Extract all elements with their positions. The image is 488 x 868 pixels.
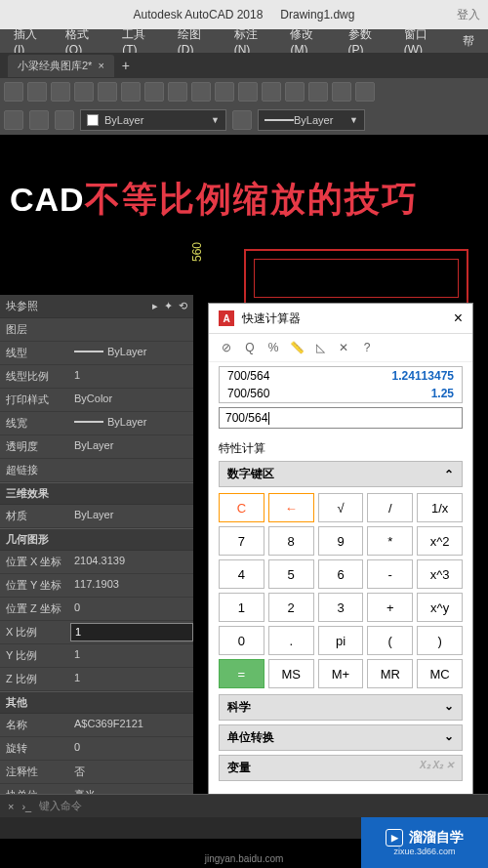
- tool-icon[interactable]: [262, 82, 281, 102]
- prop-value[interactable]: ByLayer: [70, 414, 193, 433]
- prop-value[interactable]: [70, 461, 193, 479]
- menu-modify[interactable]: 修改(M): [280, 26, 338, 57]
- calc-key-[interactable]: /: [367, 493, 413, 522]
- select-objects-icon[interactable]: ▸: [152, 300, 158, 312]
- calc-key-[interactable]: ←: [268, 493, 314, 522]
- tab-close-icon[interactable]: ×: [98, 60, 103, 71]
- variables-section[interactable]: 变量 X₂ X₂ ✕: [219, 755, 463, 781]
- scientific-section[interactable]: 科学⌄: [219, 694, 463, 721]
- prop-value[interactable]: 1: [70, 367, 193, 386]
- calc-key-4[interactable]: 4: [219, 559, 264, 589]
- prop-value[interactable]: 1: [70, 646, 193, 665]
- tool-icon[interactable]: [332, 82, 351, 102]
- calc-key-pi[interactable]: pi: [318, 626, 364, 655]
- close-icon[interactable]: ×: [454, 310, 463, 327]
- prop-value[interactable]: ByLayer: [70, 507, 193, 525]
- calc-key-mr[interactable]: MR: [367, 659, 413, 688]
- prop-value[interactable]: 1: [70, 670, 193, 688]
- history-icon[interactable]: Q: [242, 340, 258, 355]
- tool-icon[interactable]: [285, 82, 305, 102]
- tool-icon[interactable]: [168, 82, 187, 102]
- doc-tab[interactable]: 小梁经典图库2* ×: [8, 55, 114, 77]
- calc-key-6[interactable]: 6: [318, 559, 364, 589]
- tool-icon[interactable]: [215, 82, 234, 102]
- unit-conversion-section[interactable]: 单位转换⌄: [219, 724, 463, 751]
- prop-value[interactable]: ByLayer: [70, 437, 193, 456]
- prop-value[interactable]: 117.1903: [70, 576, 193, 595]
- calc-key-[interactable]: -: [367, 559, 413, 589]
- calc-key-xy[interactable]: x^y: [417, 593, 463, 622]
- tool-icon[interactable]: [27, 82, 47, 102]
- prop-value[interactable]: 否: [70, 763, 193, 781]
- login-link[interactable]: 登入: [457, 7, 480, 23]
- intersect-icon[interactable]: ✕: [336, 340, 351, 355]
- calc-key-c[interactable]: C: [219, 493, 264, 522]
- calc-key-3[interactable]: 3: [318, 593, 364, 622]
- tool-icon[interactable]: [98, 82, 117, 102]
- prop-value[interactable]: [70, 320, 193, 339]
- close-icon[interactable]: ×: [8, 801, 14, 812]
- prop-value[interactable]: ByLayer: [70, 344, 193, 362]
- menu-parameter[interactable]: 参数(P): [339, 26, 394, 57]
- section-3d[interactable]: 三维效果: [0, 482, 193, 505]
- calc-key-m[interactable]: M+: [318, 659, 364, 688]
- calc-key-0[interactable]: 0: [219, 626, 264, 655]
- calc-key-9[interactable]: 9: [318, 526, 364, 556]
- calc-key-2[interactable]: 2: [268, 593, 314, 622]
- command-line[interactable]: × ›_ 键入命令: [0, 794, 488, 817]
- calc-key-[interactable]: (: [367, 626, 413, 655]
- section-geometry[interactable]: 几何图形: [0, 528, 193, 551]
- tool-icon[interactable]: [51, 82, 70, 102]
- quickcalc-titlebar[interactable]: A 快速计算器 ×: [209, 304, 472, 334]
- layer-icon[interactable]: [29, 110, 49, 130]
- linetype-dropdown[interactable]: ByLayer ▼: [258, 109, 365, 131]
- calc-key-x2[interactable]: x^2: [417, 526, 463, 556]
- prop-value[interactable]: 1: [70, 623, 193, 641]
- menu-format[interactable]: 格式(O): [56, 26, 112, 57]
- paste-icon[interactable]: %: [265, 340, 281, 355]
- layer-dropdown[interactable]: ByLayer ▼: [80, 109, 226, 131]
- calc-key-[interactable]: =: [219, 659, 264, 688]
- pickadd-icon[interactable]: ⟲: [179, 300, 187, 312]
- prop-value[interactable]: ByColor: [70, 391, 193, 409]
- tape-icon[interactable]: 📏: [289, 340, 305, 355]
- calc-key-1[interactable]: 1: [219, 593, 264, 622]
- calc-key-[interactable]: √: [318, 493, 364, 522]
- tool-icon[interactable]: [238, 82, 258, 102]
- tool-icon[interactable]: [144, 82, 164, 102]
- menu-dimension[interactable]: 标注(N): [224, 26, 281, 57]
- tool-icon[interactable]: [191, 82, 211, 102]
- section-other[interactable]: 其他: [0, 691, 193, 714]
- tool-icon[interactable]: [74, 82, 94, 102]
- calc-key-x3[interactable]: x^3: [417, 559, 463, 589]
- prop-value[interactable]: A$C369F2121: [70, 716, 193, 734]
- angle-icon[interactable]: ◺: [312, 340, 328, 355]
- calc-key-5[interactable]: 5: [268, 559, 314, 589]
- calc-key-[interactable]: *: [367, 526, 413, 556]
- prop-value[interactable]: 0: [70, 599, 193, 618]
- calc-key-1x[interactable]: 1/x: [417, 493, 463, 522]
- prop-value[interactable]: 0: [70, 739, 193, 758]
- calc-input[interactable]: 700/564: [219, 407, 463, 429]
- clear-icon[interactable]: ⊘: [219, 340, 234, 355]
- prop-value[interactable]: 2104.3139: [70, 553, 193, 571]
- tool-icon[interactable]: [355, 82, 375, 102]
- menu-insert[interactable]: 插入(I): [4, 26, 56, 57]
- menu-draw[interactable]: 绘图(D): [168, 26, 224, 57]
- calc-key-7[interactable]: 7: [219, 526, 264, 556]
- calc-history[interactable]: 700/564 1.24113475 700/560 1.25: [219, 366, 463, 403]
- drawing-block[interactable]: [244, 249, 468, 308]
- calc-key-ms[interactable]: MS: [268, 659, 314, 688]
- help-icon[interactable]: ?: [359, 340, 375, 355]
- calc-key-8[interactable]: 8: [268, 526, 314, 556]
- tool-icon[interactable]: [4, 82, 23, 102]
- layer-icon[interactable]: [55, 110, 74, 130]
- calc-key-[interactable]: ): [417, 626, 463, 655]
- layer-icon[interactable]: [4, 110, 23, 130]
- tool-icon[interactable]: [308, 82, 328, 102]
- calc-key-mc[interactable]: MC: [417, 659, 463, 688]
- keypad-section-header[interactable]: 数字键区 ⌃: [219, 461, 463, 487]
- quick-select-icon[interactable]: ✦: [164, 300, 173, 312]
- calc-key-[interactable]: +: [367, 593, 413, 622]
- menu-window[interactable]: 窗口(W): [394, 26, 453, 57]
